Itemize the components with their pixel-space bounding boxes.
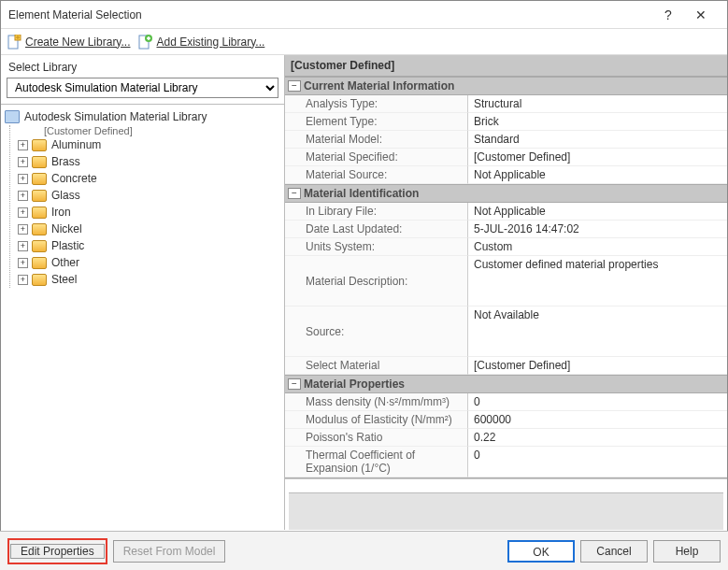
library-select[interactable]: Autodesk Simulation Material Library xyxy=(7,78,278,98)
section-current-info[interactable]: − Current Material Information xyxy=(285,77,727,95)
expand-icon[interactable]: + xyxy=(18,174,28,184)
tree-root[interactable]: Autodesk Simulation Material Library xyxy=(5,108,280,125)
folder-icon xyxy=(32,207,47,219)
tree-folder[interactable]: +Other xyxy=(18,254,280,271)
folder-icon xyxy=(32,274,47,286)
property-key: Material Description: xyxy=(285,256,468,306)
description-pane xyxy=(289,492,723,530)
select-library-label: Select Library xyxy=(1,55,284,78)
cancel-button[interactable]: Cancel xyxy=(580,540,648,563)
expand-icon[interactable]: + xyxy=(18,258,28,268)
tree-folder[interactable]: +Plastic xyxy=(18,237,280,254)
toolbar: Create New Library... Add Existing Libra… xyxy=(1,29,727,55)
property-key: Poisson's Ratio xyxy=(285,429,468,447)
property-row: Material Model:Standard xyxy=(285,131,727,149)
property-key: Mass density (N·s²/mm/mm³) xyxy=(285,393,468,411)
ok-button[interactable]: OK xyxy=(507,540,575,563)
property-value[interactable]: 0 xyxy=(468,447,727,477)
property-value[interactable]: Brick xyxy=(468,113,727,131)
collapse-icon[interactable]: − xyxy=(288,188,301,199)
folder-icon xyxy=(32,190,47,202)
property-key: Element Type: xyxy=(285,113,468,131)
right-panel: [Customer Defined] − Current Material In… xyxy=(285,55,727,530)
property-key: Source: xyxy=(285,306,468,357)
expand-icon[interactable]: + xyxy=(18,275,28,285)
reset-from-model-button: Reset From Model xyxy=(113,540,226,563)
property-value[interactable]: 600000 xyxy=(468,411,727,429)
create-library-button[interactable]: Create New Library... xyxy=(7,35,130,50)
tree-folder[interactable]: +Brass xyxy=(18,153,280,170)
library-tree[interactable]: Autodesk Simulation Material Library [Cu… xyxy=(1,104,284,530)
property-value[interactable]: Custom xyxy=(468,238,727,256)
property-row: Mass density (N·s²/mm/mm³)0 xyxy=(285,393,727,411)
library-icon xyxy=(5,110,20,123)
property-value[interactable]: Not Applicable xyxy=(468,203,727,221)
window-title: Element Material Selection xyxy=(8,8,654,21)
titlebar: Element Material Selection ? ✕ xyxy=(1,1,727,29)
edit-properties-button[interactable]: Edit Properties xyxy=(10,544,105,559)
collapse-icon[interactable]: − xyxy=(288,80,301,92)
property-row: Thermal Coefficient of Expansion (1/°C)0 xyxy=(285,447,727,477)
property-key: Modulus of Elasticity (N/mm²) xyxy=(285,411,468,429)
property-row: Source:Not Available xyxy=(285,306,727,357)
tree-folder[interactable]: +Steel xyxy=(18,271,280,288)
tree-customer-defined[interactable]: [Customer Defined] xyxy=(18,125,280,136)
property-key: Thermal Coefficient of Expansion (1/°C) xyxy=(285,447,468,477)
selected-material-title: [Customer Defined] xyxy=(285,55,727,77)
collapse-icon[interactable]: − xyxy=(288,378,301,390)
add-library-button[interactable]: Add Existing Library... xyxy=(137,35,264,50)
property-value[interactable]: 5-JUL-2016 14:47:02 xyxy=(468,221,727,238)
folder-icon xyxy=(32,156,47,168)
folder-icon xyxy=(32,139,47,151)
property-value[interactable]: [Customer Defined] xyxy=(468,357,727,375)
property-value[interactable]: Not Applicable xyxy=(468,166,727,184)
property-row: Select Material[Customer Defined] xyxy=(285,357,727,375)
expand-icon[interactable]: + xyxy=(18,191,28,201)
new-file-icon xyxy=(7,35,21,50)
folder-icon xyxy=(32,223,47,235)
expand-icon[interactable]: + xyxy=(18,241,28,251)
close-icon[interactable]: ✕ xyxy=(682,7,720,22)
property-row: Material Source:Not Applicable xyxy=(285,166,727,184)
left-panel: Select Library Autodesk Simulation Mater… xyxy=(1,55,285,530)
property-row: Element Type:Brick xyxy=(285,113,727,131)
tree-folder[interactable]: +Concrete xyxy=(18,170,280,187)
property-row: Poisson's Ratio0.22 xyxy=(285,429,727,447)
expand-icon[interactable]: + xyxy=(18,207,28,218)
property-key: Units System: xyxy=(285,238,468,256)
property-value[interactable]: 0.22 xyxy=(468,429,727,447)
folder-icon xyxy=(32,173,47,185)
property-row: Date Last Updated:5-JUL-2016 14:47:02 xyxy=(285,221,727,238)
property-value[interactable]: 0 xyxy=(468,393,727,411)
expand-icon[interactable]: + xyxy=(18,224,28,235)
property-key: Date Last Updated: xyxy=(285,221,468,238)
property-key: Material Source: xyxy=(285,166,468,184)
property-value[interactable]: Structural xyxy=(468,95,727,113)
property-value[interactable]: Not Available xyxy=(468,306,727,357)
help-icon[interactable]: ? xyxy=(654,7,682,22)
property-key: Select Material xyxy=(285,357,468,375)
help-button[interactable]: Help xyxy=(653,540,721,563)
property-row: Units System:Custom xyxy=(285,238,727,256)
property-value[interactable]: Standard xyxy=(468,131,727,149)
section-identification[interactable]: − Material Identification xyxy=(285,184,727,203)
tree-folder[interactable]: +Aluminum xyxy=(18,136,280,153)
property-row: Material Description:Customer defined ma… xyxy=(285,256,727,306)
tree-folder[interactable]: +Nickel xyxy=(18,221,280,237)
section-properties[interactable]: − Material Properties xyxy=(285,375,727,393)
add-file-icon xyxy=(137,35,152,50)
property-value[interactable]: [Customer Defined] xyxy=(468,149,727,166)
edit-highlight: Edit Properties xyxy=(7,538,107,564)
expand-icon[interactable]: + xyxy=(18,157,28,167)
expand-icon[interactable]: + xyxy=(18,140,28,150)
property-key: Analysis Type: xyxy=(285,95,468,113)
property-key: Material Specified: xyxy=(285,149,468,166)
property-key: In Library File: xyxy=(285,203,468,221)
property-grid: − Current Material Information Analysis … xyxy=(285,77,727,478)
tree-folder[interactable]: +Iron xyxy=(18,204,280,221)
tree-folder[interactable]: +Glass xyxy=(18,187,280,204)
property-value[interactable]: Customer defined material properties xyxy=(468,256,727,306)
folder-icon xyxy=(32,257,47,269)
grid-spacer xyxy=(285,478,727,487)
property-key: Material Model: xyxy=(285,131,468,149)
